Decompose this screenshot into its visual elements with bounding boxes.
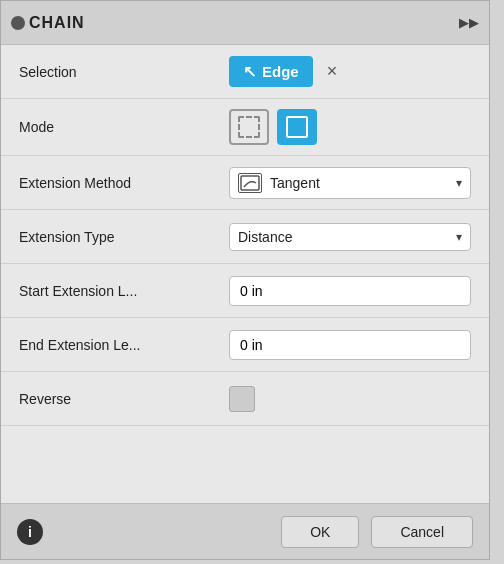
end-extension-content (229, 330, 471, 360)
tangent-icon (238, 173, 262, 193)
selection-row: Selection ↖ Edge × (1, 45, 489, 99)
header-left: CHAIN (11, 14, 85, 32)
edge-button-label: Edge (262, 63, 299, 80)
end-extension-label: End Extension Le... (19, 337, 229, 353)
panel-header: CHAIN ▶▶ (1, 1, 489, 45)
extension-method-dropdown[interactable]: Tangent ▾ (229, 167, 471, 199)
selection-label: Selection (19, 64, 229, 80)
chain-panel: CHAIN ▶▶ Selection ↖ Edge × Mode Extensi… (0, 0, 490, 560)
panel-footer: i OK Cancel (1, 503, 489, 559)
mode-label: Mode (19, 119, 229, 135)
info-button[interactable]: i (17, 519, 43, 545)
outline-mode-icon (238, 116, 260, 138)
selection-content: ↖ Edge × (229, 56, 471, 87)
extension-method-content: Tangent ▾ (229, 167, 471, 199)
ok-button[interactable]: OK (281, 516, 359, 548)
cancel-button[interactable]: Cancel (371, 516, 473, 548)
reverse-checkbox-wrap (229, 386, 255, 412)
extension-method-dropdown-inner: Tangent (238, 173, 320, 193)
start-extension-content (229, 276, 471, 306)
mode-solid-button[interactable] (277, 109, 317, 145)
start-extension-label: Start Extension L... (19, 283, 229, 299)
end-extension-input[interactable] (229, 330, 471, 360)
footer-buttons: OK Cancel (281, 516, 473, 548)
extension-type-value: Distance (238, 229, 292, 245)
cursor-icon: ↖ (243, 62, 256, 81)
mode-outline-button[interactable] (229, 109, 269, 145)
reverse-row: Reverse (1, 372, 489, 426)
edge-button[interactable]: ↖ Edge (229, 56, 313, 87)
extension-type-row: Extension Type Distance ▾ (1, 210, 489, 264)
extension-type-label: Extension Type (19, 229, 229, 245)
extension-type-arrow: ▾ (456, 230, 462, 244)
reverse-label: Reverse (19, 391, 229, 407)
extension-method-row: Extension Method Tangent ▾ (1, 156, 489, 210)
end-extension-row: End Extension Le... (1, 318, 489, 372)
reverse-content (229, 386, 471, 412)
selection-close-button[interactable]: × (321, 57, 344, 86)
mode-row: Mode (1, 99, 489, 156)
extension-method-arrow: ▾ (456, 176, 462, 190)
forward-arrows-icon[interactable]: ▶▶ (459, 15, 479, 30)
start-extension-input[interactable] (229, 276, 471, 306)
extension-type-dropdown[interactable]: Distance ▾ (229, 223, 471, 251)
solid-mode-icon (286, 116, 308, 138)
start-extension-row: Start Extension L... (1, 264, 489, 318)
extension-type-content: Distance ▾ (229, 223, 471, 251)
panel-title: CHAIN (29, 14, 85, 32)
extension-method-label: Extension Method (19, 175, 229, 191)
stop-icon (11, 16, 25, 30)
reverse-checkbox[interactable] (229, 386, 255, 412)
svg-rect-0 (241, 176, 259, 190)
mode-content (229, 109, 471, 145)
extension-method-value: Tangent (270, 175, 320, 191)
